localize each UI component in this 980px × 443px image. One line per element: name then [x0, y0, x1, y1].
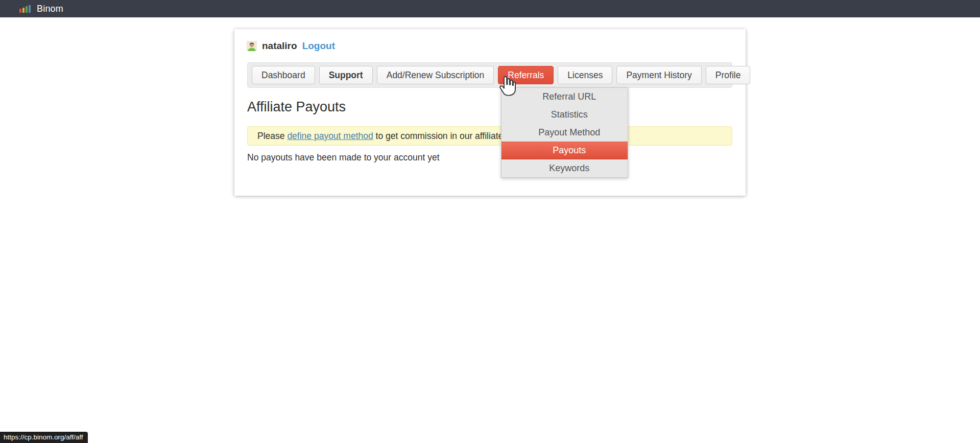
tab-dashboard[interactable]: Dashboard	[252, 66, 315, 84]
tab-support[interactable]: Support	[319, 66, 373, 84]
top-bar: Binom	[0, 0, 980, 17]
logout-link[interactable]: Logout	[302, 40, 335, 52]
menu-item-keywords[interactable]: Keywords	[501, 159, 628, 177]
payout-method-notice: Please define payout method to get commi…	[247, 126, 732, 146]
tab-licenses[interactable]: Licenses	[558, 66, 612, 84]
page-title: Affiliate Payouts	[247, 99, 346, 115]
referrals-dropdown-menu: Referral URL Statistics Payout Method Pa…	[501, 87, 628, 178]
account-card: nataliro Logout Dashboard Support Add/Re…	[234, 29, 746, 196]
brand-name: Binom	[37, 4, 63, 14]
user-row: nataliro Logout	[247, 40, 335, 52]
define-payout-method-link[interactable]: define payout method	[287, 131, 373, 141]
user-photo-icon	[247, 41, 257, 51]
user-name: nataliro	[262, 40, 297, 52]
notice-text-prefix: Please	[257, 131, 287, 141]
tab-referrals[interactable]: Referrals Referral URL Statistics Payout…	[498, 66, 554, 84]
menu-item-referral-url[interactable]: Referral URL	[501, 88, 628, 106]
main-nav: Dashboard Support Add/Renew Subscription…	[247, 62, 732, 88]
tab-payment-history[interactable]: Payment History	[616, 66, 701, 84]
menu-item-payout-method[interactable]: Payout Method	[501, 124, 628, 142]
link-status-bar: https://cp.binom.org/aff/aff	[0, 432, 88, 443]
bar-chart-icon	[19, 5, 31, 13]
binom-logo[interactable]: Binom	[19, 4, 63, 14]
menu-item-payouts[interactable]: Payouts	[501, 142, 628, 159]
tab-add-renew-subscription[interactable]: Add/Renew Subscription	[377, 66, 494, 84]
tab-referrals-label: Referrals	[508, 70, 544, 81]
tab-profile[interactable]: Profile	[706, 66, 751, 84]
menu-item-statistics[interactable]: Statistics	[501, 106, 628, 124]
empty-payouts-message: No payouts have been made to your accoun…	[247, 152, 440, 163]
